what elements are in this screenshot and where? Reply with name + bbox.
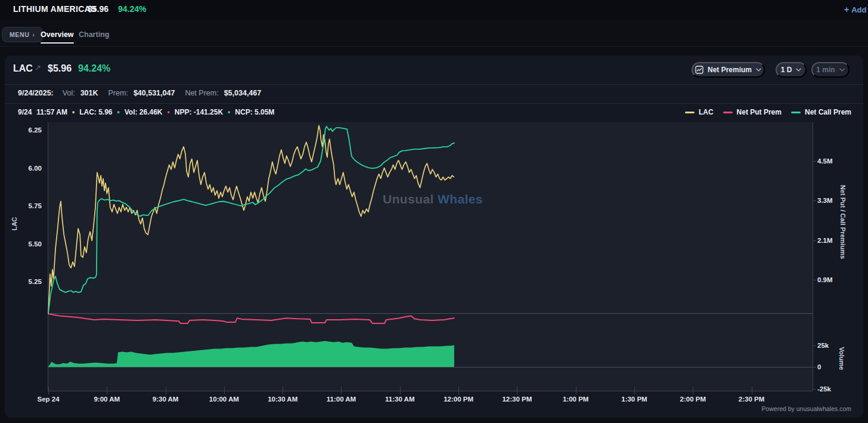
time-axis-tick: 10:30 AM: [268, 396, 297, 403]
crosshair-npp: NPP: -141.25K: [175, 108, 223, 116]
top-price: $5.96: [88, 4, 108, 14]
net-premium-label: Net Premium: [708, 66, 752, 74]
premium-axis-tick: 3.3M: [817, 197, 833, 204]
tab-overview[interactable]: Overview: [41, 30, 74, 39]
legend-item[interactable]: Net Call Prem: [791, 108, 851, 116]
line-chart-icon: [695, 66, 703, 74]
divider: [5, 84, 863, 85]
day-summary-row: 9/24/2025: Vol: 301K Prem: $40,531,047 N…: [18, 89, 261, 97]
bullet-icon: •: [168, 108, 170, 116]
time-axis-tick: 1:00 PM: [563, 396, 588, 403]
left-axis-title: LAC: [11, 217, 18, 231]
add-button[interactable]: +Add: [844, 5, 866, 14]
company-name: LITHIUM AMERICAS: [13, 4, 97, 14]
divider: [5, 103, 863, 104]
crosshair-time: 11:57 AM: [36, 108, 67, 116]
price-axis-tick: 6.25: [5, 126, 42, 134]
legend-dash-icon: [791, 112, 801, 113]
close-icon[interactable]: ×: [104, 30, 108, 39]
legend-dash-icon: [723, 112, 733, 113]
range-label: 1 D: [781, 66, 792, 74]
crosshair-readout: 9/24 11:57 AM • LAC: 5.96 • Vol: 26.46K …: [18, 108, 274, 116]
volume-axis-tick: -25k: [817, 385, 831, 393]
add-label: Add: [851, 5, 866, 14]
time-axis-tick: 11:30 AM: [385, 396, 414, 403]
premium-value: $40,531,047: [134, 89, 175, 97]
price-axis-tick: 6.00: [5, 165, 42, 172]
legend-label: Net Put Prem: [737, 108, 782, 116]
premium-axis-tick: 2.1M: [817, 237, 833, 244]
volume-label: Vol:: [63, 89, 75, 97]
chevron-down-icon: [796, 68, 801, 72]
crosshair-date: 9/24: [18, 108, 32, 116]
legend-label: Net Call Prem: [805, 108, 851, 116]
time-axis-tick: 10:00 AM: [209, 396, 239, 403]
net-premium-value: $5,034,467: [224, 89, 262, 97]
legend-label: LAC: [699, 108, 714, 116]
panel-price: $5.96: [48, 63, 72, 74]
net-premium-summary-label: Net Prem:: [185, 89, 218, 97]
crosshair-vol: Vol: 26.46K: [125, 108, 163, 116]
price-axis-tick: 5.75: [5, 202, 42, 209]
top-bar: LITHIUM AMERICAS $5.96 94.24% +Add: [0, 0, 868, 20]
tab-bar: MENU › Overview Charting ×: [0, 20, 868, 47]
plot-background: [48, 122, 813, 391]
interval-dropdown[interactable]: 1 min: [811, 62, 850, 78]
premium-label: Prem:: [108, 89, 128, 97]
range-dropdown[interactable]: 1 D: [776, 62, 807, 78]
menu-label: MENU: [10, 31, 29, 38]
interval-label: 1 min: [816, 66, 835, 74]
net-premium-dropdown[interactable]: Net Premium: [692, 62, 765, 78]
legend-item[interactable]: LAC: [685, 108, 714, 116]
time-axis-tick: 1:30 PM: [621, 396, 647, 403]
symbol-title: LAC: [13, 63, 33, 74]
chevron-right-icon: ›: [32, 31, 35, 38]
time-axis-tick: Sep 24: [37, 396, 59, 403]
time-axis-tick: 12:30 PM: [502, 396, 532, 403]
summary-date: 9/24/2025:: [18, 89, 54, 97]
menu-button[interactable]: MENU ›: [2, 27, 43, 42]
time-axis-tick: 2:30 PM: [739, 396, 764, 403]
legend-item[interactable]: Net Put Prem: [723, 108, 782, 116]
time-axis-tick: 12:00 PM: [444, 396, 473, 403]
price-axis-tick: 5.50: [5, 240, 42, 248]
volume-axis-title: Volume: [838, 347, 845, 370]
time-axis-tick: 2:00 PM: [680, 396, 706, 403]
chart-legend: LACNet Put PremNet Call Prem: [685, 108, 851, 116]
powered-by-link[interactable]: Powered by unusualwhales.com: [761, 405, 851, 412]
price-axis-tick: 5.25: [5, 278, 42, 285]
time-axis-tick: 9:00 AM: [94, 396, 120, 403]
time-axis-tick: 11:00 AM: [327, 396, 356, 403]
volume-axis-tick: 0: [817, 363, 821, 370]
volume-value: 301K: [80, 89, 98, 97]
bullet-icon: •: [117, 108, 120, 116]
chevron-down-icon: [839, 68, 845, 72]
unusual-whales-watermark: Unusual Whales: [358, 192, 507, 206]
top-change: 94.24%: [118, 4, 146, 14]
external-link-icon[interactable]: ↗: [35, 63, 41, 72]
panel-change: 94.24%: [78, 63, 110, 74]
plus-icon: +: [844, 5, 849, 14]
bullet-icon: •: [72, 108, 75, 116]
right-axis-title: Net Put / Call Premiums: [839, 185, 847, 259]
volume-axis-tick: 25k: [817, 342, 829, 349]
app-window: LITHIUM AMERICAS $5.96 94.24% +Add MENU …: [0, 0, 868, 423]
bullet-icon: •: [228, 108, 230, 116]
chevron-down-icon: [756, 68, 761, 72]
crosshair-ncp: NCP: 5.05M: [235, 108, 274, 116]
crosshair-lac: LAC: 5.96: [79, 108, 112, 116]
time-axis-tick: 9:30 AM: [153, 396, 179, 403]
legend-dash-icon: [685, 112, 695, 113]
premium-axis-tick: 0.9M: [817, 276, 833, 283]
premium-axis-tick: 4.5M: [817, 158, 833, 165]
